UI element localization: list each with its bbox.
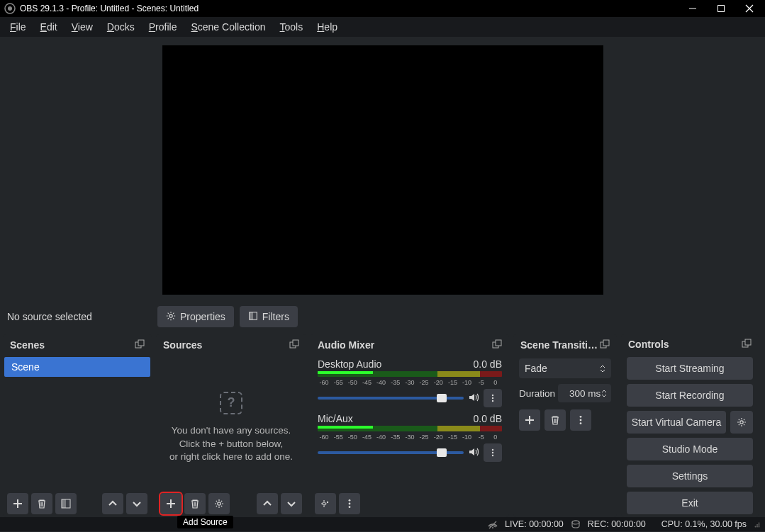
menu-file[interactable]: File: [3, 18, 33, 35]
mixer-settings-button[interactable]: [315, 493, 336, 514]
speaker-icon[interactable]: [468, 446, 479, 460]
audio-ticks: -60-55-50-45-40-35-30-25-20-15-10-50: [318, 379, 502, 386]
scenes-list[interactable]: Scene: [3, 356, 152, 490]
popout-icon[interactable]: [135, 339, 145, 351]
popout-icon[interactable]: [600, 339, 610, 351]
channel-options-button[interactable]: [484, 389, 502, 407]
disk-status-icon: [571, 519, 581, 529]
close-button[interactable]: [735, 0, 764, 17]
svg-point-28: [323, 502, 325, 505]
scenes-dock: Scenes Scene: [3, 334, 152, 517]
menu-edit[interactable]: Edit: [33, 18, 65, 35]
scene-item[interactable]: Scene: [4, 357, 150, 377]
svg-point-30: [349, 499, 351, 502]
properties-button[interactable]: Properties: [157, 306, 234, 327]
popout-icon[interactable]: [492, 339, 502, 351]
remove-transition-button[interactable]: [545, 409, 566, 431]
audio-ticks: -60-55-50-45-40-35-30-25-20-15-10-50: [318, 434, 502, 441]
menu-scene-collection[interactable]: Scene Collection: [184, 18, 272, 35]
add-source-button[interactable]: [160, 493, 182, 514]
no-source-label: No source selected: [6, 311, 152, 322]
svg-point-24: [492, 400, 493, 402]
source-toolbar: No source selected Properties Filters: [0, 299, 765, 334]
svg-point-25: [492, 449, 493, 451]
audio-channel-desktop: Desktop Audio 0.0 dB -60-55-50-45-40-35-…: [318, 358, 502, 407]
svg-point-23: [492, 397, 493, 399]
source-properties-button[interactable]: [208, 493, 230, 514]
sources-title: Sources: [163, 339, 289, 351]
exit-button[interactable]: Exit: [627, 492, 753, 514]
audio-meter: [318, 371, 502, 377]
svg-point-47: [756, 524, 758, 526]
studio-mode-button[interactable]: Studio Mode: [627, 438, 753, 460]
virtual-camera-settings-button[interactable]: [730, 411, 753, 434]
channel-db: 0.0 dB: [474, 413, 502, 424]
svg-rect-21: [496, 340, 501, 346]
menu-help[interactable]: Help: [310, 18, 345, 35]
remove-source-button[interactable]: [184, 493, 206, 514]
popout-icon[interactable]: [289, 339, 299, 351]
volume-slider[interactable]: [318, 397, 464, 400]
filters-button[interactable]: Filters: [240, 306, 298, 327]
maximize-button[interactable]: [707, 0, 735, 17]
menu-tools[interactable]: Tools: [273, 18, 311, 35]
updown-icon: [601, 389, 607, 398]
svg-point-45: [572, 521, 579, 524]
remove-scene-button[interactable]: [31, 493, 52, 514]
svg-point-37: [580, 416, 582, 418]
mixer-menu-button[interactable]: [339, 493, 360, 514]
channel-name: Mic/Aux: [318, 413, 474, 424]
start-streaming-button[interactable]: Start Streaming: [627, 357, 753, 380]
svg-rect-14: [62, 499, 66, 508]
svg-point-46: [759, 523, 760, 524]
settings-button[interactable]: Settings: [627, 465, 753, 487]
gear-icon: [166, 311, 176, 323]
svg-rect-34: [603, 340, 609, 346]
svg-point-1: [8, 6, 12, 11]
obs-app-icon: [4, 3, 16, 14]
transition-properties-button[interactable]: [570, 409, 591, 431]
preview-area[interactable]: [0, 37, 765, 299]
sources-dock: Sources ? You don't have any sources. Cl…: [156, 334, 306, 517]
channel-db: 0.0 dB: [474, 358, 502, 370]
add-scene-button[interactable]: [7, 493, 28, 514]
status-bar: LIVE: 00:00:00 REC: 00:00:00 CPU: 0.1%, …: [0, 517, 765, 531]
svg-point-39: [580, 422, 582, 424]
speaker-icon[interactable]: [468, 392, 479, 405]
move-source-down-button[interactable]: [281, 493, 302, 514]
svg-point-26: [492, 452, 493, 453]
mixer-title: Audio Mixer: [318, 339, 492, 351]
menu-profile[interactable]: Profile: [142, 18, 184, 35]
sources-empty-area[interactable]: ? You don't have any sources. Click the …: [156, 356, 306, 490]
move-source-up-button[interactable]: [257, 493, 278, 514]
move-scene-up-button[interactable]: [102, 493, 123, 514]
svg-point-29: [327, 502, 328, 503]
status-cpu: CPU: 0.1%, 30.00 fps: [661, 519, 747, 529]
start-recording-button[interactable]: Start Recording: [627, 384, 753, 407]
transitions-title: Scene Transiti…: [520, 339, 600, 351]
resize-grip[interactable]: [754, 523, 761, 530]
volume-slider[interactable]: [318, 451, 464, 454]
start-virtual-camera-button[interactable]: Start Virtual Camera: [627, 411, 726, 434]
transition-select[interactable]: Fade: [519, 358, 611, 378]
scenes-title: Scenes: [10, 339, 135, 351]
svg-rect-10: [138, 340, 144, 346]
duration-spinner[interactable]: 300 ms: [558, 384, 611, 402]
add-transition-button[interactable]: [519, 409, 540, 431]
scene-filter-button[interactable]: [55, 493, 77, 514]
svg-point-43: [492, 527, 493, 528]
transitions-dock: Scene Transiti… Fade Duration 300 ms: [513, 334, 617, 517]
menu-view[interactable]: View: [65, 18, 100, 35]
menu-docks[interactable]: Docks: [100, 18, 142, 35]
minimize-button[interactable]: [679, 0, 707, 17]
svg-point-31: [349, 503, 351, 505]
move-scene-down-button[interactable]: [126, 493, 147, 514]
preview-canvas[interactable]: [162, 45, 603, 295]
svg-point-38: [580, 419, 582, 421]
svg-point-19: [218, 502, 220, 505]
sources-empty-text: You don't have any sources. Click the + …: [169, 424, 293, 465]
svg-rect-41: [745, 339, 751, 345]
popout-icon[interactable]: [742, 339, 752, 351]
channel-options-button[interactable]: [484, 443, 502, 462]
updown-icon: [600, 364, 605, 373]
